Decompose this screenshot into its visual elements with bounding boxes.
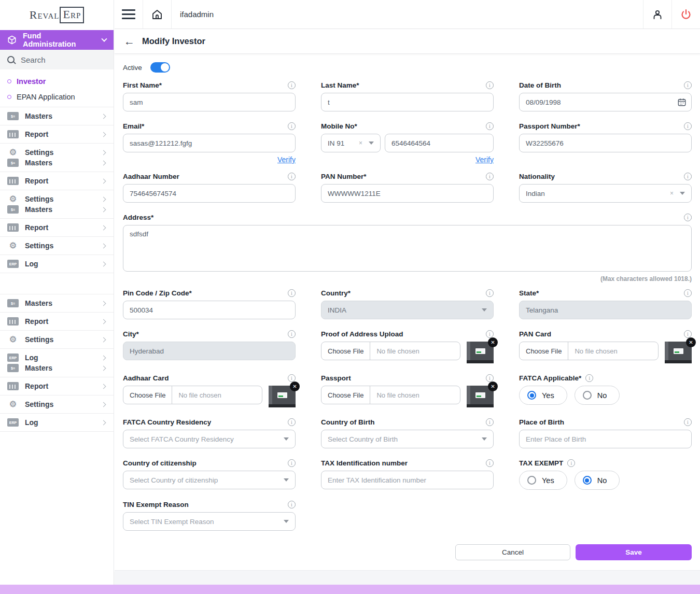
tax-exempt-yes-radio[interactable]: Yes bbox=[519, 471, 567, 490]
info-icon[interactable]: i bbox=[288, 122, 296, 130]
sidebar-item-settings[interactable]: ⚙Settings bbox=[7, 242, 106, 250]
sidebar-item-report[interactable]: Report bbox=[7, 223, 106, 232]
sidebar-item-report[interactable]: Report bbox=[7, 177, 106, 185]
info-icon[interactable]: i bbox=[486, 459, 494, 467]
sidebar-item-masters[interactable]: $=Masters bbox=[7, 159, 106, 167]
info-icon[interactable]: i bbox=[288, 501, 296, 508]
home-button[interactable] bbox=[143, 0, 172, 29]
tax-exempt-no-radio[interactable]: No bbox=[575, 471, 620, 490]
clear-icon[interactable]: × bbox=[670, 190, 674, 197]
passport-file-input[interactable]: Choose File No file chosen bbox=[321, 386, 460, 404]
date-of-birth-input[interactable] bbox=[519, 93, 692, 111]
sidebar-item-log[interactable]: ERPLog bbox=[7, 418, 106, 427]
info-icon[interactable]: i bbox=[288, 459, 296, 467]
fatca-no-radio[interactable]: No bbox=[575, 386, 620, 405]
info-icon[interactable]: i bbox=[684, 289, 692, 297]
country-code-select[interactable]: IN 91 × bbox=[321, 134, 381, 152]
passport-preview-thumbnail[interactable]: ✕ bbox=[467, 386, 494, 407]
sidebar-item-settings[interactable]: ⚙Settings bbox=[7, 148, 106, 157]
calendar-icon[interactable] bbox=[677, 97, 687, 107]
last-name-input[interactable] bbox=[321, 93, 494, 111]
sidebar-item-settings[interactable]: ⚙Settings bbox=[7, 400, 106, 408]
pan-card-file-input[interactable]: Choose File No file chosen bbox=[519, 342, 659, 360]
sidebar-item-epan-application[interactable]: EPAN Application bbox=[0, 89, 114, 105]
cancel-button[interactable]: Cancel bbox=[455, 544, 570, 560]
choose-file-button[interactable]: Choose File bbox=[520, 342, 568, 360]
info-icon[interactable]: i bbox=[288, 330, 296, 338]
clear-icon[interactable]: × bbox=[359, 139, 362, 147]
info-icon[interactable]: i bbox=[684, 214, 692, 221]
fatca-yes-radio[interactable]: Yes bbox=[519, 386, 567, 405]
sidebar-item-investor[interactable]: Investor bbox=[0, 74, 114, 89]
place-of-birth-input[interactable] bbox=[519, 430, 692, 448]
menu-toggle-button[interactable] bbox=[115, 0, 143, 29]
verify-mobile-link[interactable]: Verify bbox=[475, 155, 494, 165]
mobile-input[interactable] bbox=[385, 134, 494, 152]
aadhaar-card-file-input[interactable]: Choose File No file chosen bbox=[123, 386, 262, 404]
search-input[interactable] bbox=[21, 55, 93, 64]
aadhaar-number-input[interactable] bbox=[123, 184, 296, 203]
info-icon[interactable]: i bbox=[684, 330, 692, 338]
brand-logo[interactable]: RevalErp bbox=[0, 0, 114, 30]
info-icon[interactable]: i bbox=[288, 374, 296, 382]
module-selector[interactable]: Fund Administration bbox=[0, 30, 114, 50]
tin-exempt-reason-select[interactable]: Select TIN Exempt Reason bbox=[123, 512, 296, 531]
sidebar-item-settings[interactable]: ⚙Settings bbox=[7, 195, 106, 203]
info-icon[interactable]: i bbox=[684, 173, 692, 180]
pin-code-input[interactable] bbox=[123, 301, 296, 319]
passport-number-input[interactable] bbox=[519, 134, 692, 152]
country-of-citizenship-select[interactable]: Select Country of citizenship bbox=[123, 471, 296, 489]
remove-file-icon[interactable]: ✕ bbox=[488, 337, 498, 347]
info-icon[interactable]: i bbox=[486, 122, 494, 130]
sidebar-item-masters[interactable]: $=Masters bbox=[7, 364, 106, 372]
aadhaar-card-preview-thumbnail[interactable]: ✕ bbox=[269, 386, 296, 407]
info-icon[interactable]: i bbox=[486, 374, 494, 382]
back-button[interactable]: ← bbox=[124, 36, 135, 47]
save-button[interactable]: Save bbox=[576, 544, 692, 560]
remove-file-icon[interactable]: ✕ bbox=[290, 381, 300, 391]
sidebar-item-masters[interactable]: $=Masters bbox=[7, 112, 106, 120]
info-icon[interactable]: i bbox=[288, 173, 296, 180]
pan-card-preview-thumbnail[interactable]: ✕ bbox=[665, 342, 692, 363]
proof-of-address-file-input[interactable]: Choose File No file chosen bbox=[321, 342, 460, 360]
choose-file-button[interactable]: Choose File bbox=[321, 386, 370, 404]
info-icon[interactable]: i bbox=[486, 418, 494, 426]
nationality-select[interactable]: Indian × bbox=[519, 184, 692, 203]
sidebar-item-settings[interactable]: ⚙Settings bbox=[7, 335, 106, 344]
proof-of-address-preview-thumbnail[interactable]: ✕ bbox=[467, 342, 494, 363]
info-icon[interactable]: i bbox=[486, 330, 494, 338]
choose-file-button[interactable]: Choose File bbox=[123, 386, 172, 404]
fatca-country-residency-select[interactable]: Select FATCA Country Residency bbox=[123, 430, 296, 448]
sidebar-item-report[interactable]: Report bbox=[7, 382, 106, 390]
sidebar-item-report[interactable]: Report bbox=[7, 130, 106, 138]
pan-number-input[interactable] bbox=[321, 184, 494, 203]
info-icon[interactable]: i bbox=[585, 374, 593, 382]
verify-email-link[interactable]: Verify bbox=[277, 155, 296, 165]
country-of-birth-select[interactable]: Select Country of Birth bbox=[321, 430, 494, 448]
first-name-input[interactable] bbox=[123, 93, 296, 111]
info-icon[interactable]: i bbox=[684, 122, 692, 130]
choose-file-button[interactable]: Choose File bbox=[321, 342, 370, 360]
sidebar-item-report[interactable]: Report bbox=[7, 317, 106, 326]
active-toggle[interactable] bbox=[150, 62, 170, 73]
info-icon[interactable]: i bbox=[288, 289, 296, 297]
sidebar-item-masters[interactable]: $=Masters bbox=[7, 205, 106, 214]
logout-button[interactable] bbox=[671, 0, 700, 29]
info-icon[interactable]: i bbox=[684, 418, 692, 426]
remove-file-icon[interactable]: ✕ bbox=[488, 381, 498, 391]
info-icon[interactable]: i bbox=[486, 289, 494, 297]
email-input[interactable] bbox=[123, 134, 296, 152]
info-icon[interactable]: i bbox=[486, 81, 494, 89]
sidebar-item-log[interactable]: ERPLog bbox=[7, 353, 106, 362]
address-textarea[interactable]: sdfsdf bbox=[123, 225, 692, 272]
info-icon[interactable]: i bbox=[288, 81, 296, 89]
sidebar-item-masters[interactable]: $=Masters bbox=[7, 299, 106, 307]
info-icon[interactable]: i bbox=[567, 459, 575, 467]
profile-button[interactable] bbox=[643, 0, 671, 29]
tax-identification-input[interactable] bbox=[321, 471, 494, 489]
info-icon[interactable]: i bbox=[486, 173, 494, 180]
info-icon[interactable]: i bbox=[684, 81, 692, 89]
info-icon[interactable]: i bbox=[288, 418, 296, 426]
remove-file-icon[interactable]: ✕ bbox=[686, 337, 696, 347]
sidebar-item-log[interactable]: ERPLog bbox=[7, 260, 106, 268]
